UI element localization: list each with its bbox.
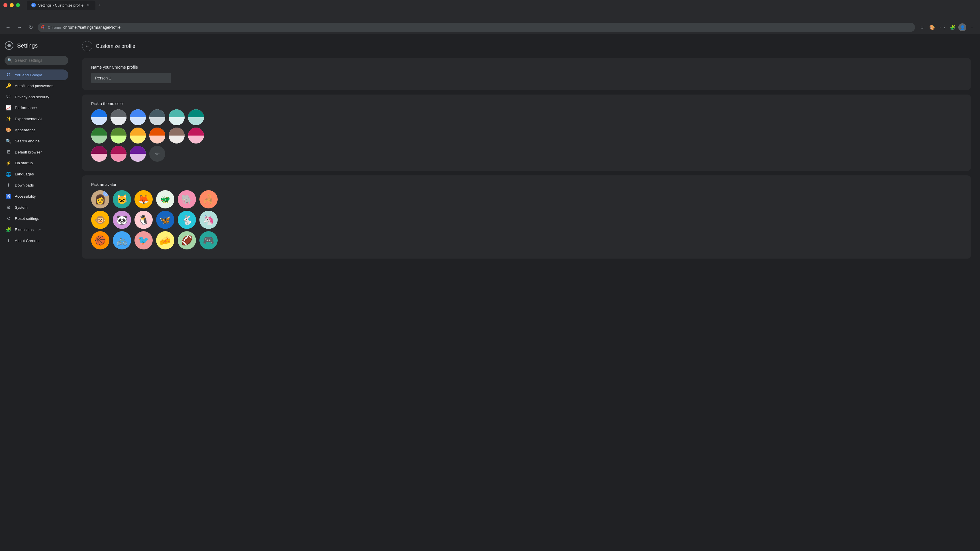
sidebar-item-default-browser[interactable]: 🖥 Default browser [0,147,68,157]
address-bar[interactable]: Chrome chrome://settings/manageProfile [38,23,915,32]
sidebar-item-on-startup[interactable]: ⚡ On startup [0,157,68,168]
avatar-unicorn-emoji: 🦄 [199,211,218,229]
color-swatch-rose[interactable] [111,146,126,162]
name-section: Name your Chrome profile [82,58,971,90]
sidebar-label-reset: Reset settings [15,216,39,221]
extensions-button[interactable]: 🧩 [948,23,957,32]
avatar-bird[interactable]: 🐦 [134,231,153,249]
avatar-elephant-emoji: 🐘 [178,190,196,208]
sidebar-item-languages[interactable]: 🌐 Languages [0,168,68,180]
avatar-controller[interactable]: 🎮 [199,231,218,249]
avatar-scorpion-emoji: 🦂 [199,190,218,208]
languages-icon: 🌐 [6,171,11,177]
color-swatch-pink[interactable] [188,127,204,143]
avatar-fox-emoji: 🦊 [134,190,153,208]
color-section-label: Pick a theme color [91,102,962,106]
avatar-cat-emoji: 🐱 [113,190,131,208]
profile-avatar-button[interactable]: 👤 [958,23,966,31]
avatar-elephant[interactable]: 🐘 [178,190,196,208]
active-tab[interactable]: ⚙ Settings - Customize profile ✕ [27,0,95,10]
color-swatch-teal[interactable] [188,110,204,125]
back-button[interactable]: ← [82,41,92,51]
sidebar-label-default-browser: Default browser [15,150,42,154]
color-swatch-light-blue[interactable] [130,110,146,125]
color-swatch-green[interactable] [91,127,107,143]
color-swatch-purple[interactable] [130,146,146,162]
custom-color-button[interactable]: ✏ [149,146,165,162]
sidebar-item-search-engine[interactable]: 🔍 Search engine [0,135,68,147]
settings-title: Settings [17,43,38,49]
profiles-button[interactable]: 🎨 [928,23,937,32]
color-swatch-yellow[interactable] [130,127,146,143]
color-swatch-teal-light[interactable] [169,110,185,125]
color-swatch-deep-pink[interactable] [91,146,107,162]
sidebar-label-performance: Performance [15,106,37,110]
avatar-fox[interactable]: 🦊 [134,190,153,208]
sidebar-item-system[interactable]: ⚙ System [0,202,68,213]
close-button[interactable] [3,3,7,7]
bookmark-button[interactable]: ☆ [917,23,926,32]
avatar-cheese[interactable]: 🧀 [156,231,174,249]
search-bar[interactable]: 🔍 [5,56,68,65]
sidebar-label-privacy: Privacy and security [15,95,49,99]
sidebar-item-downloads[interactable]: ⬇ Downloads [0,180,68,191]
new-tab-button[interactable]: + [95,1,103,10]
sidebar-item-reset[interactable]: ↺ Reset settings [0,213,68,224]
about-icon: ℹ [6,238,11,243]
sidebar-label-about: About Chrome [15,239,40,243]
extensions-nav-icon: 🧩 [6,227,11,232]
sidebar-label-autofill: Autofill and passwords [15,84,53,88]
tab-close-button[interactable]: ✕ [86,3,91,8]
avatar-dragon[interactable]: 🐲 [156,190,174,208]
sidebar-item-about[interactable]: ℹ About Chrome [0,235,68,246]
forward-button[interactable]: → [15,23,24,32]
sidebar-item-experimental-ai[interactable]: ✨ Experimental AI [0,113,68,124]
avatar-cat[interactable]: 🐱 [113,190,131,208]
performance-icon: 📈 [6,105,11,111]
back-button[interactable]: ← [3,23,13,32]
color-swatch-gray[interactable] [111,110,126,125]
search-input[interactable] [5,56,68,65]
avatar-row-1: 👩 🐱 🦊 🐲 🐘 🦂 [91,190,962,208]
avatar-panda[interactable]: 🐼 [113,211,131,229]
avatar-rabbit[interactable]: 🐇 [178,211,196,229]
profile-name-input[interactable] [91,73,171,83]
sidebar-label-extensions: Extensions [15,227,33,232]
sidebar-label-you-and-google: You and Google [15,73,42,77]
color-swatch-slate[interactable] [149,110,165,125]
avatar-penguin[interactable]: 🐧 [134,211,153,229]
chrome-label: Chrome [48,25,61,30]
sidebar-item-autofill[interactable]: 🔑 Autofill and passwords [0,80,68,91]
sidebar-item-accessibility[interactable]: ♿ Accessibility [0,191,68,202]
avatar-bicycle[interactable]: 🚲 [113,231,131,249]
avatar-butterfly[interactable]: 🦋 [156,211,174,229]
more-menu-button[interactable]: ⋮ [967,23,977,32]
avatar-unicorn[interactable]: 🦄 [199,211,218,229]
google-apps-button[interactable]: ⋮⋮ [938,23,947,32]
sidebar-item-performance[interactable]: 📈 Performance [0,102,68,113]
color-swatch-orange[interactable] [149,127,165,143]
color-swatch-brown[interactable] [169,127,185,143]
color-row-3: ✏ [91,146,962,162]
avatar-basketball[interactable]: 🏀 [91,231,110,249]
color-swatch-lime[interactable] [111,127,126,143]
minimize-button[interactable] [10,3,14,7]
color-swatch-blue[interactable] [91,110,107,125]
color-row-2 [91,127,962,143]
avatar-monkey[interactable]: 🐵 [91,211,110,229]
sidebar-label-downloads: Downloads [15,183,34,187]
sidebar-item-privacy[interactable]: 🛡 Privacy and security [0,91,68,102]
sidebar-item-appearance[interactable]: 🎨 Appearance [0,124,68,135]
avatar-football[interactable]: 🏈 [178,231,196,249]
sidebar-item-you-and-google[interactable]: G You and Google [0,70,68,80]
maximize-button[interactable] [16,3,20,7]
toolbar-right: ☆ 🎨 ⋮⋮ 🧩 👤 ⋮ [917,23,977,32]
avatar-person[interactable]: 👩 [91,190,110,208]
sidebar: Settings 🔍 G You and Google 🔑 Autofill a… [0,34,73,551]
avatar-person-emoji: 👩 [91,190,110,208]
avatar-scorpion[interactable]: 🦂 [199,190,218,208]
sidebar-item-extensions[interactable]: 🧩 Extensions ↗ [0,224,68,235]
color-row-1 [91,110,962,125]
page-title: Customize profile [96,43,135,49]
refresh-button[interactable]: ↻ [26,23,35,32]
